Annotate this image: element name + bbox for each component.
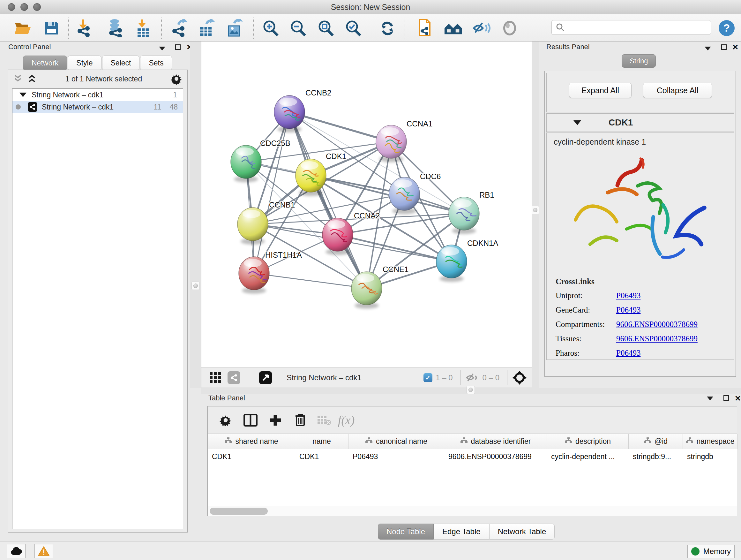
export-table-icon[interactable] <box>197 19 215 37</box>
gene-section-header[interactable]: CDK1 <box>546 113 734 132</box>
results-panel-menu-icon[interactable] <box>704 45 711 52</box>
table-panel-float-icon[interactable] <box>724 395 729 402</box>
zoom-out-icon[interactable] <box>289 19 308 37</box>
collapse-all-icon[interactable] <box>13 74 23 84</box>
add-column-icon[interactable] <box>265 411 286 430</box>
column-header--id[interactable]: @id <box>629 434 683 449</box>
tab-style[interactable]: Style <box>68 56 101 71</box>
network-canvas[interactable]: CCNB2CCNA1CDC25BCDK1CDC6RB1CCNB1CCNA2CDK… <box>201 42 532 368</box>
hide-panel-eye-icon[interactable] <box>473 19 491 37</box>
help-icon[interactable]: ? <box>718 19 736 37</box>
table-cell[interactable]: CDK1 <box>295 449 348 464</box>
tab-select[interactable]: Select <box>102 56 140 71</box>
save-session-icon[interactable] <box>43 19 61 37</box>
split-columns-icon[interactable] <box>240 411 261 430</box>
table-panel-menu-icon[interactable] <box>707 396 713 401</box>
zoom-selected-icon[interactable] <box>344 19 363 37</box>
crosslink-link[interactable]: P06493 <box>616 349 641 358</box>
crosslink-link[interactable]: P06493 <box>616 291 641 300</box>
table-row[interactable]: CDK1CDK1P064939606.ENSP00000378699cyclin… <box>208 449 737 464</box>
tab-string[interactable]: String <box>622 54 657 68</box>
tree-expander-icon[interactable] <box>19 92 26 97</box>
column-header-label: canonical name <box>376 437 427 446</box>
memory-button[interactable]: Memory <box>687 545 735 558</box>
import-network-file-icon[interactable] <box>75 19 93 37</box>
network-row[interactable]: String Network – cdk1 11 48 <box>12 101 183 113</box>
search-input[interactable] <box>568 23 711 32</box>
export-network-icon[interactable] <box>170 19 188 37</box>
string-view-icon[interactable] <box>227 371 240 384</box>
scrollbar-thumb[interactable] <box>210 508 268 515</box>
table-cell[interactable]: stringdb:9... <box>629 449 683 464</box>
table-settings-gear-icon[interactable] <box>215 411 236 430</box>
zoom-in-icon[interactable] <box>262 19 280 37</box>
network-edge[interactable] <box>289 112 391 142</box>
table-cell[interactable]: stringdb <box>683 449 738 464</box>
column-header-description[interactable]: description <box>547 434 629 449</box>
warning-status-button[interactable] <box>35 544 53 558</box>
table-cell[interactable]: 9606.ENSP00000378699 <box>444 449 547 464</box>
refresh-icon[interactable] <box>378 19 397 37</box>
tab-sets[interactable]: Sets <box>140 56 172 71</box>
column-header-shared-name[interactable]: shared name <box>208 434 295 449</box>
home-network-icon[interactable] <box>444 19 462 37</box>
delete-row-trash-icon[interactable] <box>290 411 311 430</box>
column-header-canonical-name[interactable]: canonical name <box>348 434 444 449</box>
table-cell[interactable]: P06493 <box>348 449 444 464</box>
crosslink-link[interactable]: 9606.ENSP00000378699 <box>616 320 697 329</box>
network-node-cdc25b[interactable]: CDC25B <box>231 139 290 182</box>
share-session-file-icon[interactable] <box>415 19 433 37</box>
network-node-hist1h1a[interactable]: HIST1H1A <box>239 251 302 294</box>
right-splitter[interactable] <box>532 42 539 388</box>
collapse-all-button[interactable]: Collapse All <box>643 83 712 98</box>
tab-node-table[interactable]: Node Table <box>378 523 434 540</box>
column-header-name[interactable]: name <box>295 434 348 449</box>
crosslink-link[interactable]: P06493 <box>616 306 641 314</box>
network-node-cdkn1a[interactable]: CDKN1A <box>436 239 498 282</box>
table-panel: Table Panel ✕ f(x) shared namenamecanoni… <box>203 393 741 541</box>
string-network-graph[interactable]: CCNB2CCNA1CDC25BCDK1CDC6RB1CCNB1CCNA2CDK… <box>201 42 532 368</box>
left-splitter[interactable] <box>190 42 201 388</box>
results-panel-close-icon[interactable]: ✕ <box>732 43 738 52</box>
network-node-ccnb2[interactable]: CCNB2 <box>274 88 331 132</box>
cloud-status-button[interactable] <box>7 544 25 558</box>
network-node-ccne1[interactable]: CCNE1 <box>351 265 408 309</box>
tab-network-table[interactable]: Network Table <box>489 523 555 540</box>
inactive-eye-icon[interactable] <box>500 19 519 37</box>
section-expander-icon[interactable] <box>574 120 581 125</box>
control-panel-menu-icon[interactable] <box>159 45 165 52</box>
network-edge[interactable] <box>338 235 452 261</box>
left-splitter-handle[interactable] <box>192 282 200 290</box>
import-network-database-icon[interactable] <box>106 19 125 37</box>
network-edge[interactable] <box>254 273 367 288</box>
table-panel-close-icon[interactable]: ✕ <box>735 394 741 403</box>
fit-content-crosshair-icon[interactable] <box>512 370 527 385</box>
results-panel-float-icon[interactable] <box>721 44 727 51</box>
zoom-fit-icon[interactable] <box>317 19 335 37</box>
open-file-icon[interactable] <box>13 19 32 37</box>
table-cell[interactable]: cyclin-dependent ... <box>547 449 629 464</box>
export-image-icon[interactable] <box>225 19 243 37</box>
network-node-ccna1[interactable]: CCNA1 <box>376 119 432 162</box>
control-panel-float-icon[interactable] <box>175 44 181 51</box>
tab-edge-table[interactable]: Edge Table <box>434 523 489 540</box>
column-header-namespace[interactable]: namespace <box>683 434 738 449</box>
tab-network[interactable]: Network <box>23 56 67 71</box>
network-edge[interactable] <box>289 112 367 288</box>
selected-checkbox-icon[interactable]: ✓ <box>423 373 432 382</box>
expand-all-button[interactable]: Expand All <box>569 83 631 98</box>
table-horizontal-scrollbar[interactable] <box>208 506 737 516</box>
table-cell[interactable]: CDK1 <box>208 449 295 464</box>
import-table-icon[interactable] <box>134 19 152 37</box>
network-collection-row[interactable]: String Network – cdk1 1 <box>12 89 183 101</box>
network-options-gear-icon[interactable] <box>171 73 182 84</box>
crosslink-link[interactable]: 9606.ENSP00000378699 <box>616 334 697 343</box>
grid-view-icon[interactable] <box>209 371 222 384</box>
column-header-database-identifier[interactable]: database identifier <box>444 434 547 449</box>
birds-eye-view-icon[interactable] <box>259 371 272 384</box>
string-network-icon <box>28 102 37 112</box>
network-node-cdk1[interactable]: CDK1 <box>295 152 346 196</box>
expand-all-icon[interactable] <box>27 74 37 84</box>
horizontal-splitter-handle[interactable] <box>467 386 475 394</box>
network-node-rb1[interactable]: RB1 <box>449 191 494 234</box>
